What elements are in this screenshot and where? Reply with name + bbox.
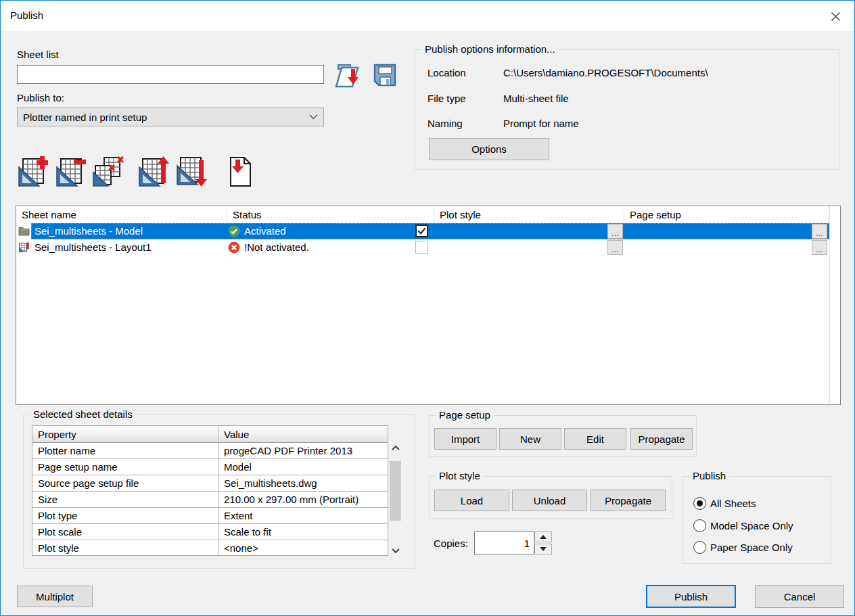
plot-style-title: Plot style xyxy=(436,470,484,481)
value-cell: Sei_multisheets.dwg xyxy=(218,475,388,491)
value-cell: progeCAD PDF Printer 2013 xyxy=(218,443,388,458)
publish-options-group: Publish options information... Location … xyxy=(415,49,839,170)
publish-dialog: Publish Sheet list Publish to: Plotter n… xyxy=(0,0,855,616)
radio-model-space-only[interactable]: Model Space Only xyxy=(693,519,793,532)
load-button[interactable]: Load xyxy=(434,490,509,511)
radio-selected-icon xyxy=(693,497,706,510)
selection-highlight xyxy=(31,223,829,239)
remove-sheet-icon xyxy=(55,156,86,187)
location-value: C:\Users\damiano.PROGESOFT\Documents\ xyxy=(503,67,708,78)
property-cell: Plotter name xyxy=(32,443,218,458)
propagate-plot-style-button[interactable]: Propagate xyxy=(591,490,666,511)
column-header-plot-style[interactable]: Plot style xyxy=(434,206,624,223)
column-header-status[interactable]: Status xyxy=(227,206,434,223)
publish-to-select[interactable]: Plotter named in print setup xyxy=(17,108,324,126)
publish-scope-title: Publish xyxy=(689,470,729,481)
page-setup-browse-button[interactable]: ... xyxy=(812,224,827,239)
page-setup-title: Page setup xyxy=(436,409,494,421)
header-value: Value xyxy=(218,426,388,442)
include-sheet-checkbox-checked[interactable] xyxy=(415,224,428,237)
column-header-sheet-name[interactable]: Sheet name xyxy=(16,206,227,223)
radio-unselected-icon xyxy=(693,519,706,532)
radio-label: Model Space Only xyxy=(710,520,793,531)
import-button[interactable]: Import xyxy=(434,428,496,450)
scroll-down-button[interactable] xyxy=(389,545,402,556)
property-row: Size 210.00 x 297.00 mm (Portrait) xyxy=(32,492,388,508)
sheet-name: Sei_multisheets - Layout1 xyxy=(34,241,152,253)
property-grid-header: Property Value xyxy=(32,426,388,443)
property-row: Source page setup file Sei_multisheets.d… xyxy=(32,475,388,492)
property-cell: Size xyxy=(32,492,218,507)
details-title: Selected sheet details xyxy=(30,408,136,420)
chevron-up-icon xyxy=(392,446,400,450)
naming-label: Naming xyxy=(428,118,463,129)
scroll-up-button[interactable] xyxy=(389,442,402,453)
window-title: Publish xyxy=(10,9,43,21)
file-type-label: File type xyxy=(428,93,466,104)
move-sheet-down-button[interactable] xyxy=(177,156,208,187)
unload-button[interactable]: Unload xyxy=(512,490,587,511)
property-row: Plotter name progeCAD PDF Printer 2013 xyxy=(32,443,388,459)
save-icon xyxy=(370,60,400,90)
sheet-list-label: Sheet list xyxy=(17,49,59,60)
property-cell: Plot scale xyxy=(32,524,218,540)
save-sheet-list-button[interactable] xyxy=(370,60,400,90)
radio-all-sheets[interactable]: All Sheets xyxy=(693,497,756,510)
include-sheet-checkbox-unchecked[interactable] xyxy=(415,241,428,254)
sheet-list-input[interactable] xyxy=(17,65,324,84)
column-header-page-setup[interactable]: Page setup xyxy=(624,206,829,223)
move-sheet-up-button[interactable] xyxy=(139,156,170,187)
location-label: Location xyxy=(428,67,466,78)
remove-all-sheets-button[interactable] xyxy=(93,156,124,187)
table-row-model[interactable]: Sei_multisheets - Model Activated ... ..… xyxy=(16,223,840,239)
copies-input[interactable] xyxy=(474,531,534,554)
multiplot-button[interactable]: Multiplot xyxy=(17,586,93,607)
publish-to-value: Plotter named in print setup xyxy=(23,112,147,123)
property-cell: Plot type xyxy=(32,508,218,523)
radio-label: Paper Space Only xyxy=(710,542,793,553)
new-button[interactable]: New xyxy=(499,428,561,450)
load-sheet-list-button[interactable] xyxy=(332,60,362,90)
propagate-page-setup-button[interactable]: Propagate xyxy=(630,428,693,450)
publish-to-label: Publish to: xyxy=(17,92,64,103)
header-property: Property xyxy=(32,426,218,442)
move-sheet-down-icon xyxy=(177,156,208,187)
sheet-name: Sei_multisheets - Model xyxy=(34,225,143,237)
publish-button[interactable]: Publish xyxy=(646,585,736,608)
property-row: Plot style <none> xyxy=(32,540,388,556)
import-drawing-button[interactable] xyxy=(228,156,252,187)
remove-sheets-button[interactable] xyxy=(55,156,86,187)
copies-decrement-button[interactable] xyxy=(534,544,552,554)
options-button[interactable]: Options xyxy=(429,138,549,160)
remove-all-sheets-icon xyxy=(93,156,124,187)
status-activated-icon xyxy=(228,225,240,237)
status-not-activated-icon xyxy=(228,241,240,254)
property-cell: Plot style xyxy=(32,540,218,556)
radio-paper-space-only[interactable]: Paper Space Only xyxy=(693,541,793,554)
page-setup-browse-button[interactable]: ... xyxy=(812,240,827,255)
chevron-down-icon xyxy=(309,114,318,120)
scrollbar-thumb[interactable] xyxy=(390,461,401,521)
edit-button[interactable]: Edit xyxy=(564,428,626,450)
value-cell: Scale to fit xyxy=(218,524,388,540)
add-sheets-button[interactable] xyxy=(17,156,48,187)
value-cell: 210.00 x 297.00 mm (Portrait) xyxy=(218,492,388,507)
radio-unselected-icon xyxy=(693,541,706,554)
chevron-down-icon xyxy=(392,548,400,553)
radio-label: All Sheets xyxy=(710,498,756,509)
cancel-button[interactable]: Cancel xyxy=(755,585,844,608)
value-cell: Model xyxy=(218,459,388,475)
triangle-down-icon xyxy=(540,547,547,551)
property-row: Plot scale Scale to fit xyxy=(32,524,388,540)
close-button[interactable] xyxy=(825,7,846,26)
model-folder-icon xyxy=(18,226,30,237)
add-sheet-icon xyxy=(17,156,48,187)
file-type-value: Multi-sheet file xyxy=(503,93,569,104)
table-row-layout1[interactable]: Sei_multisheets - Layout1 !Not activated… xyxy=(16,239,840,256)
plot-style-browse-button[interactable]: ... xyxy=(607,240,623,255)
property-row: Plot type Extent xyxy=(32,508,388,524)
publish-scope-group: Publish All Sheets Model Space Only Pape… xyxy=(683,476,831,564)
copies-increment-button[interactable] xyxy=(534,531,552,542)
value-cell: Extent xyxy=(218,508,388,523)
plot-style-browse-button[interactable]: ... xyxy=(607,224,623,239)
